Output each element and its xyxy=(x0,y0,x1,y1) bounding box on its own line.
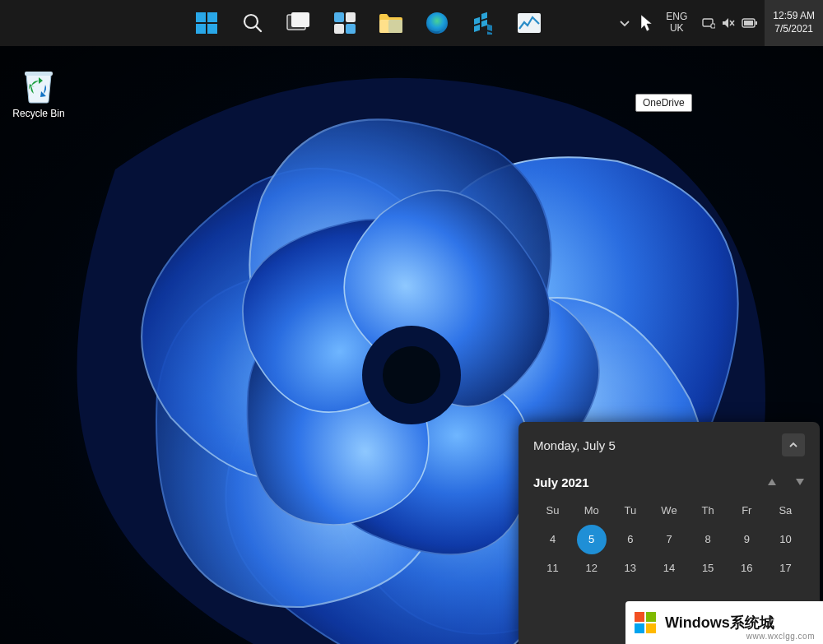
perf-monitor-button[interactable] xyxy=(510,4,548,42)
start-button[interactable] xyxy=(188,4,226,42)
svg-rect-36 xyxy=(635,623,644,633)
calendar-prev-button[interactable] xyxy=(767,475,777,489)
calendar-day[interactable]: 8 xyxy=(689,533,728,545)
calendar-dow: Mo xyxy=(572,504,611,517)
tooltip-text: OneDrive xyxy=(643,97,685,109)
lang-line1: ENG xyxy=(666,12,687,23)
folder-icon xyxy=(379,12,403,34)
recycle-bin-label: Recycle Bin xyxy=(12,108,64,119)
edge-button[interactable] xyxy=(418,4,456,42)
language-indicator[interactable]: ENG UK xyxy=(658,12,695,35)
svg-rect-23 xyxy=(711,24,715,28)
svg-rect-0 xyxy=(196,12,206,22)
calendar-grid: SuMoTuWeThFrSa4567891011121314151617 xyxy=(533,504,805,574)
svg-rect-11 xyxy=(346,24,356,34)
task-view-icon xyxy=(286,12,311,35)
calendar-day[interactable]: 6 xyxy=(611,533,649,545)
clock-button[interactable]: 12:59 AM 7/5/2021 xyxy=(765,0,823,46)
svg-rect-15 xyxy=(474,17,480,25)
cube-icon xyxy=(472,12,495,35)
svg-rect-10 xyxy=(334,24,344,34)
tweaker-app-button[interactable] xyxy=(464,4,502,42)
svg-rect-16 xyxy=(481,12,487,20)
search-icon xyxy=(242,12,263,34)
svg-marker-32 xyxy=(768,479,776,485)
taskbar: ENG UK 12:59 AM 7/5/2021 xyxy=(0,0,823,46)
svg-rect-17 xyxy=(474,25,480,32)
svg-rect-7 xyxy=(291,12,309,27)
file-explorer-button[interactable] xyxy=(372,4,410,42)
onedrive-tooltip: OneDrive xyxy=(635,94,692,112)
calendar-day[interactable]: 16 xyxy=(728,562,766,574)
calendar-day[interactable]: 10 xyxy=(766,533,805,545)
watermark-brand: Windows系统城 xyxy=(665,613,774,632)
svg-rect-9 xyxy=(346,12,356,22)
recycle-bin-glyph xyxy=(20,67,58,104)
tray-overflow-button[interactable] xyxy=(613,17,636,29)
calendar-day[interactable]: 4 xyxy=(533,533,572,545)
svg-rect-20 xyxy=(487,31,492,35)
calendar-dow: Tu xyxy=(611,504,649,517)
watermark-url: www.wxclgg.com xyxy=(746,632,815,641)
clock-date: 7/5/2021 xyxy=(774,23,813,36)
svg-rect-8 xyxy=(334,12,344,22)
svg-rect-31 xyxy=(25,72,53,76)
calendar-day[interactable]: 12 xyxy=(572,562,611,574)
svg-rect-18 xyxy=(481,20,487,27)
clock-time: 12:59 AM xyxy=(773,10,815,23)
svg-rect-35 xyxy=(646,612,656,622)
calendar-header-date: Monday, July 5 xyxy=(533,438,616,452)
calendar-dow: Fr xyxy=(728,504,766,517)
site-watermark: Windows系统城 www.wxclgg.com xyxy=(625,601,823,644)
calendar-dow: Su xyxy=(533,504,572,517)
taskbar-system-tray: ENG UK 12:59 AM 7/5/2021 xyxy=(613,0,823,46)
windows-flag-icon xyxy=(634,610,658,635)
chart-icon xyxy=(517,12,542,34)
calendar-day[interactable]: 17 xyxy=(766,562,805,574)
network-icon xyxy=(702,17,715,29)
calendar-day[interactable]: 14 xyxy=(649,562,688,574)
task-view-button[interactable] xyxy=(280,4,318,42)
lang-line2: UK xyxy=(670,23,684,35)
triangle-down-icon xyxy=(795,478,805,486)
search-button[interactable] xyxy=(234,4,272,42)
svg-rect-1 xyxy=(207,12,217,22)
calendar-dow: Th xyxy=(689,504,728,517)
svg-rect-2 xyxy=(196,24,206,34)
calendar-next-button[interactable] xyxy=(795,475,805,489)
onedrive-tray-button[interactable] xyxy=(636,14,658,32)
calendar-day[interactable]: 13 xyxy=(611,562,649,574)
svg-rect-19 xyxy=(487,24,492,31)
widgets-button[interactable] xyxy=(326,4,364,42)
chevron-down-icon xyxy=(619,17,630,29)
volume-mute-icon xyxy=(722,17,735,29)
calendar-day[interactable]: 7 xyxy=(649,533,688,545)
quick-settings-button[interactable] xyxy=(695,17,765,29)
calendar-collapse-button[interactable] xyxy=(782,433,805,456)
svg-line-5 xyxy=(256,26,261,31)
windows-logo-icon xyxy=(195,12,218,35)
svg-point-30 xyxy=(383,346,440,404)
chevron-up-icon xyxy=(788,440,798,450)
svg-rect-3 xyxy=(207,24,217,34)
triangle-up-icon xyxy=(767,478,777,486)
svg-rect-13 xyxy=(388,20,402,33)
calendar-dow: Sa xyxy=(766,504,805,517)
svg-rect-27 xyxy=(744,21,753,25)
calendar-day[interactable]: 15 xyxy=(689,562,728,574)
calendar-day[interactable]: 11 xyxy=(533,562,572,574)
recycle-bin-icon[interactable]: Recycle Bin xyxy=(6,67,72,119)
battery-icon xyxy=(742,18,758,28)
svg-rect-28 xyxy=(756,21,757,25)
calendar-day[interactable]: 5 xyxy=(572,533,611,545)
calendar-month-label[interactable]: July 2021 xyxy=(533,475,589,489)
edge-icon xyxy=(425,12,449,35)
desktop[interactable]: Recycle Bin OneDrive Activate Windows Go… xyxy=(0,46,823,644)
calendar-day[interactable]: 9 xyxy=(728,533,766,545)
svg-rect-34 xyxy=(635,612,644,622)
svg-rect-37 xyxy=(646,623,656,633)
cursor-icon xyxy=(639,14,654,32)
taskbar-pinned-area xyxy=(188,0,548,46)
calendar-dow: We xyxy=(649,504,688,517)
svg-marker-33 xyxy=(796,479,804,485)
